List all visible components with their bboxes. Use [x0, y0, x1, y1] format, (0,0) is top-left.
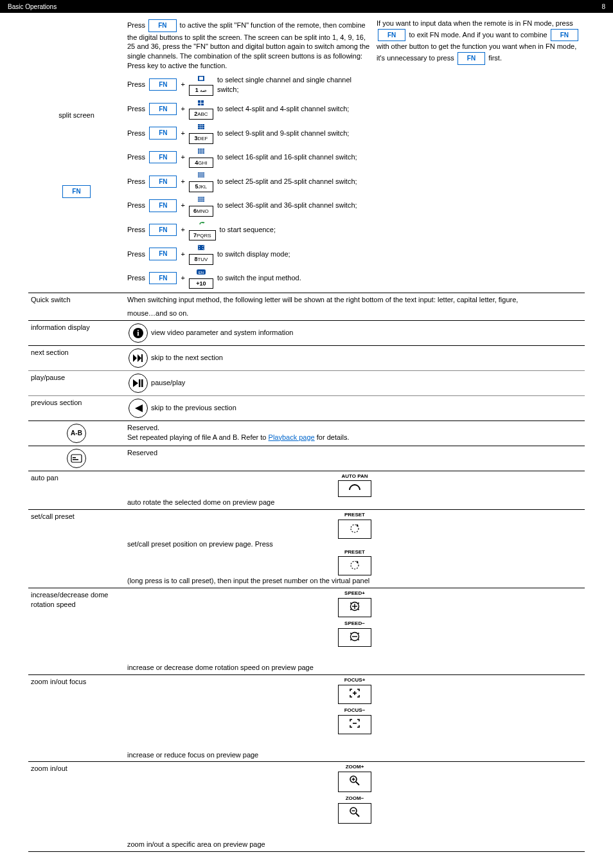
svg-marker-52: [133, 354, 137, 362]
digit-key-6[interactable]: 6MNO: [189, 206, 213, 217]
svg-point-78: [358, 639, 359, 640]
text: to select 36-split and 36-split channel …: [217, 201, 357, 210]
svg-rect-22: [198, 172, 204, 177]
svg-rect-7: [200, 124, 202, 126]
focus-plus-key[interactable]: [338, 685, 371, 704]
key-label-preset2: PRESET: [344, 549, 365, 556]
zoom-minus-key[interactable]: [338, 803, 371, 824]
plus-icon: +: [181, 249, 184, 259]
fn-key[interactable]: FN: [378, 29, 405, 42]
digit-key-1[interactable]: 1 صه: [189, 85, 213, 96]
text: to select 25-split and 25-split channel …: [217, 177, 357, 186]
svg-rect-13: [200, 128, 202, 129]
digit-key-4[interactable]: 4GHI: [189, 158, 213, 168]
digit-key-7[interactable]: 7PQRS: [189, 230, 216, 241]
text: Press: [127, 152, 145, 162]
plus-icon: +: [181, 225, 184, 235]
plus-icon: +: [181, 80, 184, 89]
digit-key-2[interactable]: 2ABC: [189, 109, 213, 120]
text: skip to the next section: [151, 354, 223, 361]
preset-key-2[interactable]: [338, 556, 371, 575]
mode-icon-16split: [188, 147, 215, 157]
info-icon[interactable]: i: [129, 323, 148, 343]
text: Reserved.: [127, 423, 582, 433]
fn-key[interactable]: FN: [62, 185, 90, 198]
text: for details.: [317, 433, 350, 441]
text: Press: [127, 177, 145, 186]
text: Press: [127, 273, 145, 283]
digit-key-8[interactable]: 8TUV: [189, 254, 213, 265]
digit-key-3[interactable]: 3DEF: [189, 133, 213, 144]
svg-rect-8: [202, 124, 204, 126]
fn-key[interactable]: FN: [148, 19, 176, 32]
key-label-zoom-minus: ZOOM−: [346, 795, 364, 802]
row-label-info: information display: [28, 320, 125, 345]
footer: User Manual of Digital Video Recorder Ba…: [0, 865, 613, 869]
play-pause-icon[interactable]: [129, 374, 148, 393]
mode-icon-9split: [188, 123, 215, 132]
fn-key[interactable]: FN: [149, 127, 177, 140]
function-table: split screen FN Press FN to active the s…: [28, 17, 585, 852]
mode-icon-single: [188, 75, 215, 84]
fn-key[interactable]: FN: [149, 272, 177, 285]
zoom-plus-key[interactable]: [338, 772, 371, 792]
header-right: 8: [601, 3, 605, 10]
svg-rect-59: [71, 455, 82, 462]
focus-minus-key[interactable]: [338, 715, 371, 734]
speed-plus-key[interactable]: [338, 598, 371, 617]
text: mouse…and so on.: [127, 309, 188, 317]
key-label-focus-plus: FOCUS+: [344, 677, 366, 684]
key-label-preset: PRESET: [344, 512, 365, 519]
header-left: Basic Operations: [8, 3, 57, 10]
text: to select 9-split and 9-split channel sw…: [217, 129, 349, 138]
plus-icon: +: [181, 201, 184, 210]
svg-rect-6: [198, 124, 200, 126]
digit-key-plus10[interactable]: +10: [189, 278, 213, 289]
svg-rect-61: [73, 459, 78, 460]
preset-key[interactable]: [338, 520, 371, 539]
svg-rect-9: [198, 126, 200, 128]
text: auto rotate the selected dome on preview…: [127, 498, 274, 506]
fn-key[interactable]: FN: [149, 199, 177, 212]
next-section-icon[interactable]: [129, 348, 148, 368]
row-label-speed: increase/decrease dome rotation speed: [28, 588, 125, 675]
ab-repeat-icon[interactable]: A-B: [67, 424, 86, 443]
svg-point-76: [358, 633, 359, 634]
text: increase or decrease dome rotation speed…: [127, 647, 314, 673]
svg-point-70: [358, 602, 359, 604]
prev-section-icon[interactable]: [129, 399, 148, 418]
svg-rect-60: [73, 457, 76, 458]
mode-icon-25split: [188, 171, 215, 181]
fn-key[interactable]: FN: [149, 151, 177, 164]
fn-key[interactable]: FN: [149, 224, 177, 237]
key-label-focus-minus: FOCUS−: [344, 707, 366, 714]
svg-rect-2: [198, 100, 200, 103]
text: Press: [127, 104, 145, 114]
svg-rect-3: [201, 100, 204, 103]
subtitle-icon[interactable]: [67, 449, 86, 468]
key-label-zoom-plus: ZOOM+: [346, 764, 364, 771]
fn-key[interactable]: FN: [149, 248, 177, 260]
playback-page-link[interactable]: Playback page: [269, 433, 315, 441]
svg-rect-4: [198, 104, 200, 105]
svg-point-77: [350, 639, 351, 640]
svg-point-71: [350, 609, 351, 610]
text: skip to the previous section: [151, 404, 236, 411]
autopan-key[interactable]: [338, 480, 371, 497]
page: Basic Operations 8 split screen FN Press…: [0, 0, 613, 868]
svg-rect-57: [141, 379, 143, 387]
fn-key[interactable]: FN: [551, 29, 578, 42]
speed-minus-key[interactable]: [338, 628, 371, 647]
text: key to active the function.: [147, 62, 227, 69]
digit-key-5[interactable]: 5JKL: [189, 181, 213, 192]
svg-rect-1: [199, 77, 203, 80]
svg-text:EN: EN: [199, 271, 204, 275]
row-label-autopan: auto pan: [28, 471, 125, 509]
fn-key[interactable]: FN: [458, 52, 485, 65]
fn-key[interactable]: FN: [149, 103, 177, 116]
mode-icon-4split: [188, 99, 215, 109]
fn-key[interactable]: FN: [149, 78, 177, 91]
row-label-prev: previous section: [28, 395, 125, 420]
text: Press: [127, 80, 145, 89]
fn-key[interactable]: FN: [149, 176, 177, 188]
